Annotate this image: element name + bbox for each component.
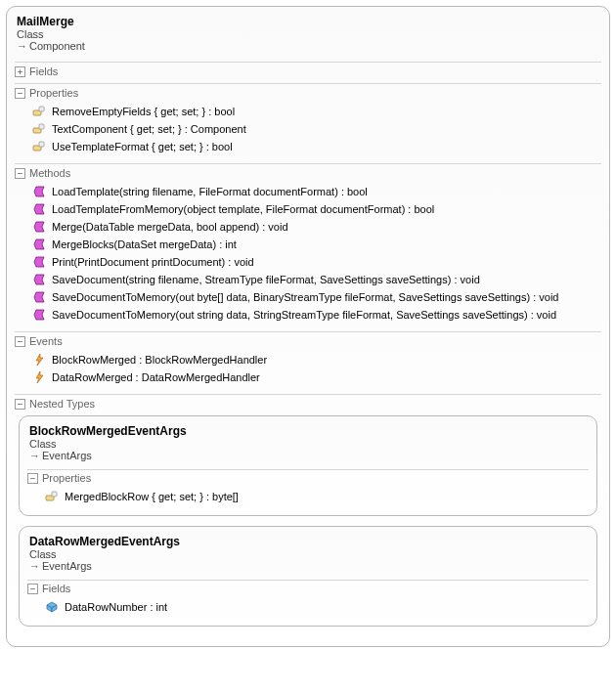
inherit-arrow-icon: → [29, 450, 40, 461]
member-item: Merge(DataTable mergeData, bool append) … [32, 218, 601, 236]
section-header-nested[interactable]: − Nested Types [15, 394, 601, 411]
class-header: MailMerge Class →Component [15, 13, 601, 58]
methods-list: LoadTemplate(string filename, FileFormat… [15, 181, 601, 327]
method-icon [32, 273, 46, 286]
member-item: LoadTemplateFromMemory(object template, … [32, 200, 601, 218]
event-icon [32, 353, 46, 367]
section-label: Events [29, 335, 63, 347]
member-item: Print(PrintDocument printDocument) : voi… [32, 253, 601, 271]
svg-marker-13 [34, 310, 44, 320]
collapse-icon: − [15, 168, 25, 179]
member-signature: UseTemplateFormat { get; set; } : bool [52, 139, 233, 154]
svg-marker-12 [34, 292, 44, 302]
method-icon [32, 202, 46, 216]
field-icon [45, 600, 59, 614]
member-item: SaveDocument(string filename, StreamType… [32, 271, 601, 288]
section-header-fields[interactable]: + Fields [15, 62, 601, 79]
collapse-icon: − [15, 336, 25, 347]
section-events: − Events BlockRowMerged : BlockRowMerged… [15, 331, 601, 390]
section-label: Fields [29, 65, 58, 77]
member-item: TextComponent { get; set; } : Component [32, 120, 601, 138]
property-icon [32, 140, 46, 153]
svg-marker-11 [34, 275, 44, 284]
member-signature: Merge(DataTable mergeData, bool append) … [52, 219, 288, 235]
class-name: DataRowMergedEventArgs [29, 535, 589, 548]
member-item: SaveDocumentToMemory(out byte[] data, Bi… [32, 288, 601, 306]
svg-marker-8 [34, 222, 44, 232]
collapse-icon: − [27, 584, 38, 594]
class-kind: Class [17, 28, 601, 40]
member-signature: Print(PrintDocument printDocument) : voi… [52, 254, 254, 270]
member-item: DataRowNumber : int [45, 598, 589, 616]
method-icon [32, 185, 46, 198]
nested-section: − Properties MergedBlockRow { get; set; … [27, 469, 589, 509]
member-item: MergeBlocks(DataSet mergeData) : int [32, 236, 601, 253]
member-signature: MergedBlockRow { get; set; } : byte[] [65, 489, 239, 504]
section-header-properties[interactable]: − Properties [15, 83, 601, 101]
member-signature: SaveDocument(string filename, StreamType… [52, 272, 480, 287]
member-signature: BlockRowMerged : BlockRowMergedHandler [52, 352, 267, 368]
member-item: UseTemplateFormat { get; set; } : bool [32, 138, 601, 155]
property-icon [32, 122, 46, 136]
class-header: BlockRowMergedEventArgs Class →EventArgs [27, 422, 589, 465]
svg-rect-5 [39, 142, 44, 147]
method-icon [32, 238, 46, 251]
class-base: →Component [17, 40, 601, 52]
nested-types-container: BlockRowMergedEventArgs Class →EventArgs… [15, 411, 601, 638]
class-kind: Class [29, 438, 589, 450]
svg-rect-15 [52, 492, 57, 497]
collapse-icon: − [27, 473, 38, 484]
member-signature: SaveDocumentToMemory(out string data, St… [52, 307, 556, 323]
svg-marker-7 [34, 204, 44, 214]
section-label: Fields [42, 583, 70, 594]
member-item: LoadTemplate(string filename, FileFormat… [32, 183, 601, 200]
member-signature: LoadTemplateFromMemory(object template, … [52, 201, 434, 217]
class-base: →EventArgs [29, 450, 589, 461]
nested-class-panel: DataRowMergedEventArgs Class →EventArgs … [19, 526, 597, 627]
class-name: MailMerge [17, 15, 601, 28]
member-signature: RemoveEmptyFields { get; set; } : bool [52, 104, 235, 119]
section-label: Nested Types [29, 398, 95, 410]
nested-section-header[interactable]: − Properties [27, 469, 589, 486]
property-icon [32, 105, 46, 118]
inherit-arrow-icon: → [29, 560, 40, 572]
method-icon [32, 290, 46, 304]
svg-marker-9 [34, 239, 44, 249]
nested-section: − Fields DataRowNumber : int [27, 580, 589, 620]
inherit-arrow-icon: → [17, 40, 27, 52]
section-label: Methods [29, 167, 70, 179]
svg-marker-10 [34, 257, 44, 267]
event-icon [32, 370, 46, 384]
member-item: DataRowMerged : DataRowMergedHandler [32, 368, 601, 386]
nested-class-panel: BlockRowMergedEventArgs Class →EventArgs… [19, 415, 597, 516]
member-signature: DataRowNumber : int [65, 599, 167, 615]
expand-icon: + [15, 66, 25, 77]
section-header-events[interactable]: − Events [15, 331, 601, 349]
member-item: RemoveEmptyFields { get; set; } : bool [32, 103, 601, 120]
member-item: BlockRowMerged : BlockRowMergedHandler [32, 351, 601, 368]
section-methods: − Methods LoadTemplate(string filename, … [15, 163, 601, 327]
section-header-methods[interactable]: − Methods [15, 163, 601, 181]
section-label: Properties [29, 87, 78, 99]
section-properties: − Properties RemoveEmptyFields { get; se… [15, 83, 601, 159]
nested-section-header[interactable]: − Fields [27, 580, 589, 596]
class-name: BlockRowMergedEventArgs [29, 424, 589, 438]
class-base: →EventArgs [29, 560, 589, 572]
collapse-icon: − [15, 88, 25, 99]
section-nested-types: − Nested Types BlockRowMergedEventArgs C… [15, 394, 601, 638]
method-icon [32, 220, 46, 234]
member-signature: MergeBlocks(DataSet mergeData) : int [52, 237, 237, 252]
member-signature: DataRowMerged : DataRowMergedHandler [52, 369, 260, 385]
events-list: BlockRowMerged : BlockRowMergedHandler D… [15, 349, 601, 390]
svg-rect-1 [39, 107, 44, 111]
member-item: SaveDocumentToMemory(out string data, St… [32, 306, 601, 324]
member-signature: LoadTemplate(string filename, FileFormat… [52, 184, 368, 199]
section-label: Properties [42, 472, 91, 484]
properties-list: RemoveEmptyFields { get; set; } : bool T… [15, 101, 601, 159]
class-kind: Class [29, 548, 589, 560]
property-icon [45, 490, 59, 503]
member-signature: TextComponent { get; set; } : Component [52, 121, 246, 137]
nested-items: DataRowNumber : int [27, 596, 589, 620]
method-icon [32, 255, 46, 269]
collapse-icon: − [15, 399, 25, 410]
